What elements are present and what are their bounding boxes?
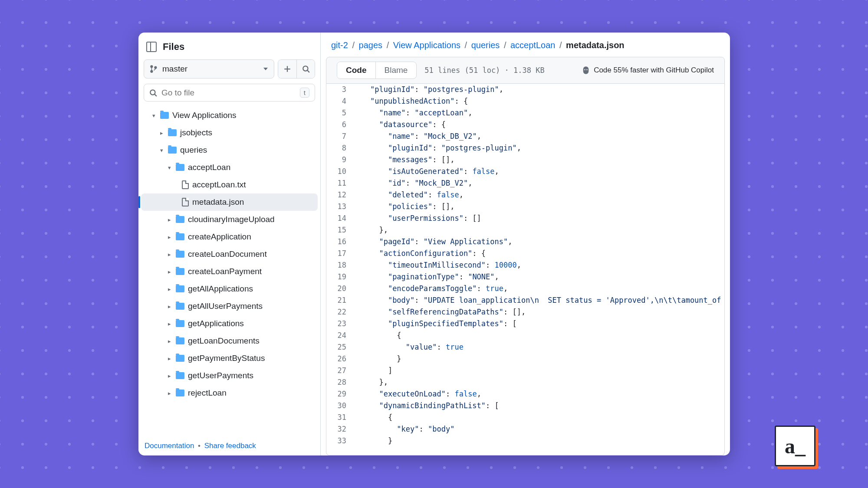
line-number[interactable]: 4: [326, 95, 352, 107]
folder-icon: [176, 268, 184, 275]
breadcrumb-link[interactable]: git-2: [331, 40, 348, 50]
line-number[interactable]: 20: [326, 283, 352, 295]
copilot-promo[interactable]: Code 55% faster with GitHub Copilot: [582, 66, 714, 75]
tab-blame[interactable]: Blame: [375, 62, 417, 79]
code-line[interactable]: "value": true: [352, 341, 724, 353]
line-number[interactable]: 21: [326, 295, 352, 306]
tree-label: createApplication: [188, 232, 251, 242]
line-number[interactable]: 5: [326, 107, 352, 119]
line-number[interactable]: 14: [326, 213, 352, 224]
code-line[interactable]: "isAutoGenerated": false,: [352, 166, 724, 177]
line-number[interactable]: 13: [326, 201, 352, 213]
tree-folder[interactable]: ▸getAllUserPayments: [141, 298, 318, 315]
code-line[interactable]: }: [352, 435, 724, 447]
code-line[interactable]: }: [352, 353, 724, 365]
line-number[interactable]: 6: [326, 119, 352, 131]
code-line[interactable]: "pluginId": "postgres-plugin",: [352, 84, 724, 95]
code-line[interactable]: "pluginSpecifiedTemplates": [: [352, 318, 724, 330]
code-line[interactable]: "executeOnLoad": false,: [352, 388, 724, 400]
tree-folder[interactable]: ▸getAllApplications: [141, 280, 318, 298]
line-number[interactable]: 32: [326, 423, 352, 435]
code-line[interactable]: "pageId": "View Applications",: [352, 236, 724, 248]
code-line[interactable]: "encodeParamsToggle": true,: [352, 283, 724, 295]
code-line[interactable]: },: [352, 224, 724, 236]
code-line[interactable]: "deleted": false,: [352, 189, 724, 201]
line-number[interactable]: 9: [326, 154, 352, 166]
tree-folder[interactable]: ▸getLoanDocuments: [141, 332, 318, 350]
code-line[interactable]: "name": "Mock_DB_V2",: [352, 131, 724, 142]
code-line[interactable]: ]: [352, 365, 724, 377]
line-number[interactable]: 16: [326, 236, 352, 248]
panel-icon[interactable]: [146, 42, 157, 52]
line-number[interactable]: 29: [326, 388, 352, 400]
line-number[interactable]: 30: [326, 400, 352, 412]
line-number[interactable]: 7: [326, 131, 352, 142]
code-line[interactable]: "paginationType": "NONE",: [352, 271, 724, 283]
code-line[interactable]: "dynamicBindingPathList": [: [352, 400, 724, 412]
tree-label: createLoanDocument: [188, 249, 267, 259]
code-line[interactable]: "timeoutInMillisecond": 10000,: [352, 259, 724, 271]
tree-folder[interactable]: ▸rejectLoan: [141, 384, 318, 402]
chevron-right-icon: ▸: [166, 269, 172, 275]
tab-code[interactable]: Code: [337, 62, 375, 79]
code-line[interactable]: "id": "Mock_DB_V2",: [352, 177, 724, 189]
line-number[interactable]: 3: [326, 84, 352, 95]
code-line[interactable]: "actionConfiguration": {: [352, 248, 724, 259]
tree-folder-view-applications[interactable]: ▾ View Applications: [141, 107, 318, 124]
line-number[interactable]: 11: [326, 177, 352, 189]
code-line[interactable]: "datasource": {: [352, 119, 724, 131]
code-line[interactable]: "pluginId": "postgres-plugin",: [352, 142, 724, 154]
code-line[interactable]: "messages": [],: [352, 154, 724, 166]
line-number[interactable]: 17: [326, 248, 352, 259]
code-line[interactable]: },: [352, 377, 724, 388]
code-line[interactable]: "name": "acceptLoan",: [352, 107, 724, 119]
line-number[interactable]: 26: [326, 353, 352, 365]
breadcrumb-link[interactable]: acceptLoan: [510, 40, 555, 50]
tree-folder-queries[interactable]: ▾ queries: [141, 141, 318, 159]
branch-selector[interactable]: master: [144, 59, 274, 79]
code-line[interactable]: "userPermissions": []: [352, 213, 724, 224]
tree-folder[interactable]: ▸createLoanDocument: [141, 246, 318, 263]
tree-folder-jsobjects[interactable]: ▸ jsobjects: [141, 124, 318, 141]
code-line[interactable]: "selfReferencingDataPaths": [],: [352, 306, 724, 318]
code-line[interactable]: "policies": [],: [352, 201, 724, 213]
search-input[interactable]: [161, 88, 296, 98]
code-line[interactable]: {: [352, 330, 724, 341]
line-number[interactable]: 33: [326, 435, 352, 447]
file-search[interactable]: t: [144, 84, 315, 102]
search-button[interactable]: [296, 60, 315, 78]
add-file-button[interactable]: [278, 60, 296, 78]
line-number[interactable]: 22: [326, 306, 352, 318]
line-number[interactable]: 28: [326, 377, 352, 388]
share-feedback-link[interactable]: Share feedback: [204, 442, 256, 450]
code-line[interactable]: "key": "body": [352, 423, 724, 435]
line-number[interactable]: 19: [326, 271, 352, 283]
tree-file-acceptloan-txt[interactable]: acceptLoan.txt: [141, 176, 318, 193]
code-viewer[interactable]: 3 "pluginId": "postgres-plugin",4 "unpub…: [326, 84, 725, 455]
documentation-link[interactable]: Documentation: [145, 442, 194, 450]
line-number[interactable]: 27: [326, 365, 352, 377]
line-number[interactable]: 15: [326, 224, 352, 236]
code-line[interactable]: "unpublishedAction": {: [352, 95, 724, 107]
line-number[interactable]: 24: [326, 330, 352, 341]
tree-folder[interactable]: ▸cloudinaryImageUpload: [141, 211, 318, 228]
code-line[interactable]: "body": "UPDATE loan_application\n SET s…: [352, 295, 724, 306]
code-line[interactable]: {: [352, 412, 724, 423]
tree-folder[interactable]: ▸createLoanPayment: [141, 263, 318, 280]
line-number[interactable]: 25: [326, 341, 352, 353]
breadcrumb-link[interactable]: queries: [471, 40, 500, 50]
line-number[interactable]: 10: [326, 166, 352, 177]
tree-folder-acceptloan[interactable]: ▾ acceptLoan: [141, 159, 318, 176]
tree-folder[interactable]: ▸getPaymentByStatus: [141, 350, 318, 367]
tree-file-metadata-json[interactable]: metadata.json: [141, 193, 318, 211]
tree-folder[interactable]: ▸getUserPayments: [141, 367, 318, 384]
tree-folder[interactable]: ▸createApplication: [141, 228, 318, 246]
breadcrumb-link[interactable]: pages: [359, 40, 383, 50]
line-number[interactable]: 8: [326, 142, 352, 154]
line-number[interactable]: 23: [326, 318, 352, 330]
breadcrumb-link[interactable]: View Applications: [393, 40, 460, 50]
line-number[interactable]: 31: [326, 412, 352, 423]
tree-folder[interactable]: ▸getApplications: [141, 315, 318, 332]
line-number[interactable]: 12: [326, 189, 352, 201]
line-number[interactable]: 18: [326, 259, 352, 271]
